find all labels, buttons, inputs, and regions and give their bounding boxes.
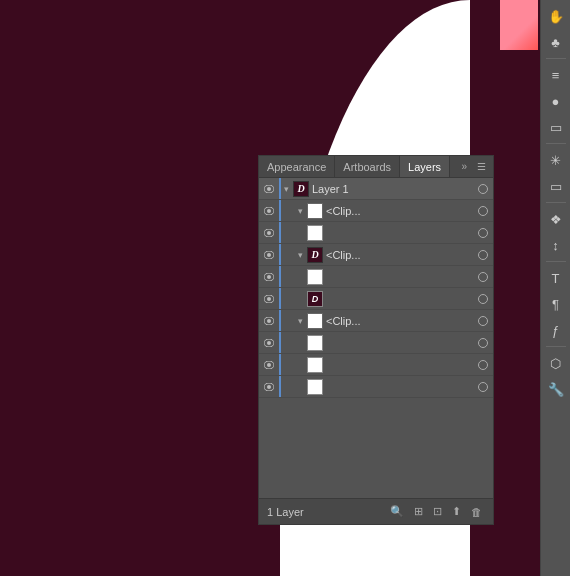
visibility-sub-4[interactable] <box>259 332 279 353</box>
visibility-1[interactable] <box>259 178 279 199</box>
layer-row-sub-6[interactable] <box>259 376 493 398</box>
sun-icon[interactable]: ✳ <box>544 148 568 172</box>
expand-1[interactable]: ▾ <box>279 178 293 199</box>
layer-row-clip-2[interactable]: ▾ D <Clip... <box>259 244 493 266</box>
layer-circle-sub-2[interactable] <box>473 266 493 287</box>
svg-point-11 <box>267 297 271 301</box>
layer-row-1[interactable]: ▾ D Layer 1 <box>259 178 493 200</box>
tab-menu-icon[interactable]: ☰ <box>474 159 489 174</box>
svg-point-13 <box>267 319 271 323</box>
new-layer-icon[interactable]: ⊞ <box>411 504 426 519</box>
hand-tool-icon[interactable]: ✋ <box>544 4 568 28</box>
layer-name-clip-2: <Clip... <box>326 249 473 261</box>
visibility-clip-2[interactable] <box>259 244 279 265</box>
layer-name-clip-3: <Clip... <box>326 315 473 327</box>
glyph-icon[interactable]: ƒ <box>544 318 568 342</box>
blue-indicator-4 <box>279 244 281 265</box>
visibility-sub-5[interactable] <box>259 354 279 375</box>
right-toolbar: ✋ ♣ ≡ ● ▭ ✳ ▭ ❖ ↕ T ¶ ƒ ⬡ 🔧 <box>540 0 570 576</box>
layer-row-sub-3[interactable]: D <box>259 288 493 310</box>
visibility-sub-2[interactable] <box>259 266 279 287</box>
svg-point-7 <box>267 253 271 257</box>
search-icon[interactable]: 🔍 <box>387 504 407 519</box>
delete-layer-icon[interactable]: 🗑 <box>468 505 485 519</box>
layer-row-sub-4[interactable] <box>259 332 493 354</box>
layer-row-clip-1[interactable]: ▾ <Clip... <box>259 200 493 222</box>
layer-thumb-1: D <box>293 181 309 197</box>
panel-tabs: Appearance Artboards Layers » ☰ <box>259 156 493 178</box>
move-layer-icon[interactable]: ⬆ <box>449 504 464 519</box>
menu-icon[interactable]: ≡ <box>544 63 568 87</box>
para-icon[interactable]: ¶ <box>544 292 568 316</box>
settings-icon[interactable]: 🔧 <box>544 377 568 401</box>
layer-row-sub-2[interactable] <box>259 266 493 288</box>
layer-options-icon[interactable]: ⊡ <box>430 504 445 519</box>
blue-indicator-1 <box>279 178 281 199</box>
toolbar-sep-1 <box>546 58 566 59</box>
layer-name-clip-1: <Clip... <box>326 205 473 217</box>
layer-thumb-sub-2 <box>307 269 323 285</box>
toolbar-sep-5 <box>546 346 566 347</box>
visibility-clip-3[interactable] <box>259 310 279 331</box>
club-icon[interactable]: ♣ <box>544 30 568 54</box>
expand-clip-1[interactable]: ▾ <box>293 200 307 221</box>
svg-point-15 <box>267 341 271 345</box>
layers-list: ▾ D Layer 1 ▾ <Clip... <box>259 178 493 498</box>
layer-row-sub-1[interactable] <box>259 222 493 244</box>
visibility-sub-1[interactable] <box>259 222 279 243</box>
visibility-sub-6[interactable] <box>259 376 279 397</box>
layer-thumb-sub-1 <box>307 225 323 241</box>
tab-artboards[interactable]: Artboards <box>335 156 400 177</box>
layer-thumb-sub-3: D <box>307 291 323 307</box>
layer-count-label: 1 Layer <box>267 506 387 518</box>
blue-indicator-3 <box>279 222 281 243</box>
layer-thumb-clip-1 <box>307 203 323 219</box>
circle-icon[interactable]: ● <box>544 89 568 113</box>
svg-point-17 <box>267 363 271 367</box>
links-icon[interactable]: ⬡ <box>544 351 568 375</box>
blue-indicator-2 <box>279 200 281 221</box>
layer-circle-sub-1[interactable] <box>473 222 493 243</box>
blue-indicator-10 <box>279 376 281 397</box>
layer-circle-sub-5[interactable] <box>473 354 493 375</box>
rect-icon[interactable]: ▭ <box>544 115 568 139</box>
blue-indicator-7 <box>279 310 281 331</box>
layer-name-1: Layer 1 <box>312 183 473 195</box>
svg-point-9 <box>267 275 271 279</box>
layer-thumb-sub-6 <box>307 379 323 395</box>
arrange-icon[interactable]: ↕ <box>544 233 568 257</box>
svg-point-19 <box>267 385 271 389</box>
blue-indicator-9 <box>279 354 281 375</box>
expand-clip-3[interactable]: ▾ <box>293 310 307 331</box>
visibility-clip-1[interactable] <box>259 200 279 221</box>
toolbar-sep-3 <box>546 202 566 203</box>
tab-overflow-icon[interactable]: » <box>458 159 470 174</box>
tab-layers[interactable]: Layers <box>400 156 450 177</box>
layer-circle-sub-3[interactable] <box>473 288 493 309</box>
layer-circle-1[interactable] <box>473 178 493 199</box>
type-icon[interactable]: T <box>544 266 568 290</box>
layer-row-clip-3[interactable]: ▾ <Clip... <box>259 310 493 332</box>
tab-appearance[interactable]: Appearance <box>259 156 335 177</box>
panel-tab-more: » ☰ <box>458 159 493 174</box>
svg-point-1 <box>267 187 271 191</box>
blue-indicator-5 <box>279 266 281 287</box>
layer-circle-clip-3[interactable] <box>473 310 493 331</box>
blue-indicator-8 <box>279 332 281 353</box>
layer-circle-clip-2[interactable] <box>473 244 493 265</box>
layer-thumb-clip-3 <box>307 313 323 329</box>
align-icon[interactable]: ❖ <box>544 207 568 231</box>
layer-circle-sub-6[interactable] <box>473 376 493 397</box>
layers-panel: Appearance Artboards Layers » ☰ ▾ D Laye… <box>258 155 494 525</box>
blue-indicator-6 <box>279 288 281 309</box>
layers-icon[interactable]: ▭ <box>544 174 568 198</box>
layer-thumb-sub-4 <box>307 335 323 351</box>
layer-row-sub-5[interactable] <box>259 354 493 376</box>
toolbar-sep-2 <box>546 143 566 144</box>
toolbar-sep-4 <box>546 261 566 262</box>
layer-thumb-sub-5 <box>307 357 323 373</box>
visibility-sub-3[interactable] <box>259 288 279 309</box>
expand-clip-2[interactable]: ▾ <box>293 244 307 265</box>
layer-circle-clip-1[interactable] <box>473 200 493 221</box>
layer-circle-sub-4[interactable] <box>473 332 493 353</box>
